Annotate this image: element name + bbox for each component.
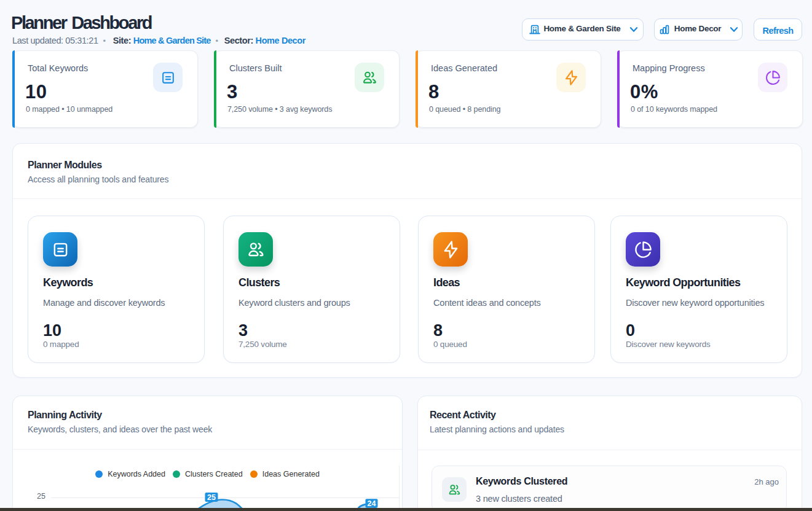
svg-text:24: 24	[368, 499, 376, 508]
svg-text:25: 25	[207, 493, 216, 502]
svg-text:25: 25	[37, 492, 45, 501]
